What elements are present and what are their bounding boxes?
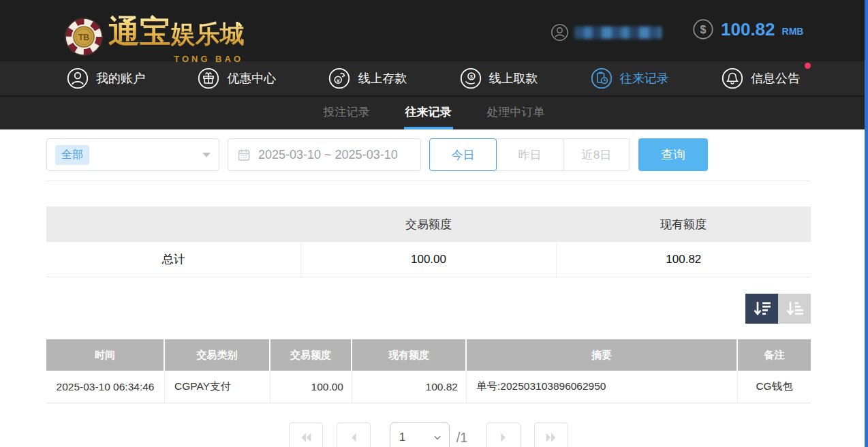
top-header: TB 通宝娱乐城 TONG BAO $ 100.82 RMB	[0, 0, 868, 61]
col-header-balance: 现有额度	[352, 339, 467, 371]
nav-item-deposit[interactable]: ¥ 线上存款	[328, 67, 407, 89]
tab-processing-orders[interactable]: 处理中订单	[486, 97, 546, 129]
summary-table: 交易额度 现有额度 总计 100.00 100.82	[46, 206, 811, 277]
tab-betting-records[interactable]: 投注记录	[322, 97, 371, 129]
table-row: 2025-03-10 06:34:46 CGPAY支付 100.00 100.8…	[46, 371, 811, 403]
cell-remark: CG钱包	[738, 371, 811, 403]
left-arrow-icon	[346, 430, 361, 445]
svg-text:$: $	[469, 74, 473, 80]
cell-summary: 单号:202503103896062950	[467, 371, 738, 403]
records-table-header: 时间 交易类别 交易额度 现有额度 摘要 备注	[46, 339, 811, 371]
date-range-value: 2025-03-10 ~ 2025-03-10	[258, 148, 398, 162]
records-table: 时间 交易类别 交易额度 现有额度 摘要 备注 2025-03-10 06:34…	[46, 339, 811, 403]
previous-page-button[interactable]	[337, 422, 371, 447]
bell-icon	[722, 67, 743, 89]
double-left-arrow-icon	[298, 430, 313, 445]
nav-label: 线上存款	[358, 70, 407, 87]
nav-item-transaction-records[interactable]: 往来记录	[591, 67, 669, 89]
summary-balance-value: 100.82	[556, 242, 811, 277]
filter-row: 全部 2025-03-10 ~ 2025-03-10 今日 昨日 近8日 查询	[46, 138, 811, 171]
type-select[interactable]: 全部	[46, 138, 219, 171]
type-select-value: 全部	[55, 145, 89, 165]
sort-ascending-icon	[785, 300, 804, 318]
cell-type: CGPAY支付	[165, 371, 270, 403]
summary-total-row: 总计 100.00 100.82	[46, 242, 811, 277]
logo-title-main: 通宝	[108, 14, 171, 49]
casino-chip-icon: TB	[65, 18, 103, 56]
svg-text:¥: ¥	[336, 78, 340, 84]
last-8-days-button[interactable]: 近8日	[563, 138, 630, 171]
main-content: 全部 2025-03-10 ~ 2025-03-10 今日 昨日 近8日 查询 …	[46, 138, 811, 447]
logo-subtitle: TONG BAO	[174, 54, 243, 64]
sort-ascending-button[interactable]	[778, 294, 811, 324]
col-header-time: 时间	[46, 339, 165, 371]
user-icon	[67, 67, 89, 89]
summary-total-label: 总计	[46, 242, 300, 277]
summary-table-header: 交易额度 现有额度	[46, 206, 811, 242]
current-page: 1	[399, 431, 405, 444]
date-range-picker[interactable]: 2025-03-10 ~ 2025-03-10	[228, 138, 421, 171]
nav-label: 我的账户	[96, 70, 145, 87]
main-navigation: 我的账户 优惠中心 ¥ 线上存款 $ 线上取款	[0, 61, 868, 95]
sub-tab-bar: 投注记录 往来记录 处理中订单	[0, 95, 868, 129]
deposit-icon: ¥	[328, 67, 350, 89]
calendar-icon	[237, 148, 251, 161]
search-button[interactable]: 查询	[638, 138, 708, 171]
nav-item-withdraw[interactable]: $ 线上取款	[460, 67, 538, 89]
col-header-summary: 摘要	[467, 339, 738, 371]
col-header-type: 交易类别	[165, 339, 270, 371]
page-select[interactable]: 1	[390, 422, 450, 447]
chevron-down-icon	[433, 433, 442, 442]
logo-title-rest: 娱乐城	[171, 20, 245, 48]
balance-amount: 100.82	[721, 19, 775, 40]
cell-time: 2025-03-10 06:34:46	[46, 371, 165, 403]
nav-label: 信息公告	[751, 70, 800, 87]
nav-label: 优惠中心	[227, 70, 276, 87]
balance-currency: RMB	[782, 22, 804, 37]
nav-item-announcements[interactable]: 信息公告	[722, 67, 800, 89]
withdraw-icon: $	[460, 67, 482, 89]
dollar-coin-icon: $	[692, 18, 714, 40]
sort-descending-icon	[752, 300, 771, 318]
summary-transaction-value: 100.00	[300, 242, 555, 277]
col-header-remark: 备注	[738, 339, 811, 371]
col-header-amount: 交易额度	[270, 339, 352, 371]
first-page-button[interactable]	[289, 422, 323, 447]
tab-transaction-records[interactable]: 往来记录	[404, 97, 453, 129]
chevron-down-icon	[202, 153, 211, 157]
nav-item-my-account[interactable]: 我的账户	[67, 67, 145, 89]
last-page-button[interactable]	[534, 422, 568, 447]
yesterday-button[interactable]: 昨日	[496, 138, 563, 171]
section-divider	[46, 181, 811, 181]
total-pages-label: /1	[456, 422, 468, 447]
site-logo[interactable]: TB 通宝娱乐城 TONG BAO	[65, 11, 245, 63]
next-page-button[interactable]	[486, 422, 521, 447]
svg-text:$: $	[700, 24, 707, 35]
nav-label: 往来记录	[620, 70, 669, 87]
user-account[interactable]	[551, 23, 662, 42]
cell-balance: 100.82	[352, 371, 467, 403]
balance-display[interactable]: $ 100.82 RMB	[692, 18, 803, 40]
right-arrow-icon	[496, 430, 511, 445]
double-right-arrow-icon	[544, 430, 559, 445]
summary-header-balance: 现有额度	[556, 217, 811, 232]
today-button[interactable]: 今日	[429, 138, 497, 171]
scrollbar[interactable]	[865, 0, 868, 447]
quick-date-buttons: 今日 昨日 近8日	[429, 138, 630, 171]
pagination: 1 /1	[46, 422, 811, 447]
records-icon	[591, 67, 613, 89]
nav-label: 线上取款	[489, 70, 538, 87]
logo-text: 通宝娱乐城 TONG BAO	[108, 11, 245, 63]
svg-text:TB: TB	[78, 33, 90, 42]
gift-icon	[198, 67, 219, 89]
nav-item-promotions[interactable]: 优惠中心	[198, 67, 276, 89]
sort-controls	[46, 294, 811, 324]
user-avatar-icon	[551, 23, 569, 42]
notification-badge	[805, 63, 811, 69]
username-blurred	[574, 27, 662, 39]
sort-descending-button[interactable]	[745, 294, 778, 324]
cell-amount: 100.00	[270, 371, 352, 403]
summary-header-transaction: 交易额度	[301, 217, 556, 232]
